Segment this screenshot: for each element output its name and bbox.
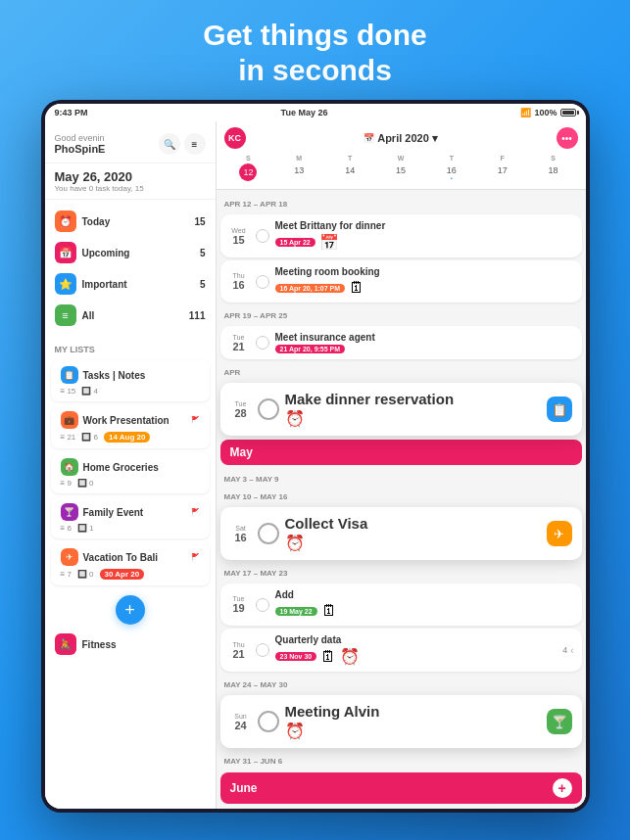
task-info-brittany: Meet Brittany for dinner 15 Apr 22 📅 — [275, 220, 574, 252]
alarm-icon-quarterly: ⏰ — [340, 647, 360, 666]
device-frame: 9:43 PM Tue May 26 📶 100% Good evenin Ph… — [41, 100, 590, 813]
calendar-grid: S M T W T F S 12 13 14 15 16 17 18 — [224, 155, 578, 183]
search-button[interactable]: 🔍 — [159, 133, 180, 155]
date-section: May 26, 2020 You have 0 task today, 15 — [45, 163, 216, 200]
all-icon: ≡ — [55, 304, 76, 326]
task-add[interactable]: Tue 19 Add 19 May 22 🗓 — [220, 583, 582, 626]
task-date-sat16: Sat 16 — [230, 525, 252, 543]
device-screen: 9:43 PM Tue May 26 📶 100% Good evenin Ph… — [45, 104, 586, 809]
main-content: KC 📅 April 2020 ▾ ••• S M T W T — [217, 121, 586, 809]
calendar-month: 📅 April 2020 ▾ — [363, 132, 438, 145]
task-check-visa[interactable] — [258, 523, 279, 544]
category-upcoming[interactable]: 📅 Upcoming 5 — [45, 237, 216, 268]
work-name: Work Presentation — [83, 415, 170, 426]
week-header-may31: May 31 – Jun 6 — [220, 751, 582, 769]
more-button[interactable]: ••• — [557, 127, 578, 149]
task-check-alvin[interactable] — [258, 711, 279, 732]
task-tags-add: 19 May 22 🗓 — [275, 602, 574, 620]
tasks-notes-meta: ≡ 15 🔲 4 — [61, 387, 200, 396]
list-family-event[interactable]: 🍸 Family Event 🚩 ≡ 6 🔲 1 — [51, 497, 210, 538]
task-collect-visa[interactable]: Sat 16 Collect Visa ⏰ ✈ — [220, 507, 582, 560]
task-meet-brittany[interactable]: Wed 15 Meet Brittany for dinner 15 Apr 2… — [220, 214, 582, 257]
list-home-groceries[interactable]: 🏠 Home Groceries ≡ 9 🔲 0 — [51, 452, 210, 493]
cal-day-16[interactable]: 16 — [427, 163, 476, 183]
important-label: Important — [82, 279, 127, 290]
cal-day-17[interactable]: 17 — [478, 163, 527, 183]
cal-day-12[interactable]: 12 — [239, 163, 257, 181]
status-time: 9:43 PM — [55, 108, 88, 117]
home-name: Home Groceries — [83, 462, 159, 473]
task-check-brittany[interactable] — [256, 229, 269, 243]
list-vacation-bali[interactable]: ✈ Vacation To Bali 🚩 ≡ 7 🔲 0 30 Apr 20 — [51, 542, 210, 585]
user-avatar[interactable]: KC — [224, 127, 246, 149]
task-name-quarterly: Quarterly data — [275, 634, 557, 645]
week-header-may17: May 17 – May 23 — [220, 563, 582, 581]
status-icons: 📶 100% — [520, 108, 575, 117]
hero-line1: Get things done — [203, 19, 426, 51]
day-label-t2: T — [427, 155, 476, 162]
greeting-text: Good evenin — [55, 133, 106, 143]
chevron-down-icon: ▾ — [432, 132, 438, 145]
category-today[interactable]: ⏰ Today 15 — [45, 206, 216, 237]
task-tags-room: 16 Apr 20, 1:07 PM 🗓 — [275, 279, 574, 297]
sidebar: Good evenin PhoSpinE 🔍 ≡ May 26, 2020 Yo… — [45, 121, 217, 809]
task-date-tue21: Tue 21 — [228, 334, 250, 352]
week-header-apr19: Apr 19 – Apr 25 — [220, 305, 582, 323]
work-meta: ≡ 21 🔲 6 14 Aug 20 — [61, 432, 200, 443]
task-name-insurance: Meet insurance agent — [275, 332, 574, 343]
category-list: ⏰ Today 15 📅 Upcoming 5 — [45, 200, 216, 337]
vacation-badge: 30 Apr 20 — [100, 569, 145, 580]
day-label-w: W — [376, 155, 425, 162]
cal-day-13[interactable]: 13 — [274, 163, 323, 183]
cal-day-18[interactable]: 18 — [529, 163, 578, 183]
task-dinner-reservation[interactable]: Tue 28 Make dinner reservation ⏰ 📋 — [220, 383, 582, 436]
fitness-item[interactable]: 🚴 Fitness — [45, 629, 216, 660]
task-meeting-room[interactable]: Thu 16 Meeting room booking 16 Apr 20, 1… — [220, 260, 582, 303]
task-quarterly[interactable]: Thu 21 Quarterly data 23 Nov 30 🗓 ⏰ — [220, 629, 582, 672]
vacation-name: Vacation To Bali — [83, 552, 159, 563]
tag-date2: 16 Apr 20, 1:07 PM — [275, 284, 346, 293]
cal-day-14[interactable]: 14 — [325, 163, 374, 183]
add-list-button[interactable]: + — [116, 595, 145, 625]
may-banner: May — [220, 440, 582, 465]
work-flag: 🚩 — [191, 416, 200, 424]
task-action-icon-visa[interactable]: ✈ — [547, 521, 572, 546]
task-tags-brittany: 15 Apr 22 📅 — [275, 233, 574, 252]
task-check-quarterly[interactable] — [256, 643, 269, 657]
task-check-dinner[interactable] — [258, 398, 279, 420]
family-name: Family Event — [83, 507, 144, 518]
day-label-m: M — [274, 155, 323, 162]
category-important[interactable]: ⭐ Important 5 — [45, 268, 216, 300]
tag-add: 19 May 22 — [275, 607, 317, 616]
task-action-icon-alvin[interactable]: 🍸 — [547, 709, 572, 734]
task-check-room[interactable] — [256, 275, 269, 289]
june-add-button[interactable]: + — [553, 778, 572, 798]
calendar-header: KC 📅 April 2020 ▾ ••• S M T W T — [217, 121, 586, 190]
task-meeting-alvin[interactable]: Sun 24 Meeting Alvin ⏰ 🍸 — [220, 695, 582, 748]
task-insurance[interactable]: Tue 21 Meet insurance agent 21 Apr 20, 9… — [220, 326, 582, 359]
task-date-tue28: Tue 28 — [230, 400, 252, 419]
list-tasks-notes[interactable]: 📋 Tasks | Notes ≡ 15 🔲 4 — [51, 360, 210, 401]
task-name-dinner: Make dinner reservation — [285, 391, 541, 407]
task-info-visa: Collect Visa ⏰ — [285, 515, 541, 552]
task-check-add[interactable] — [256, 598, 269, 612]
task-check-insurance[interactable] — [256, 336, 269, 350]
cal-day-15[interactable]: 15 — [376, 163, 425, 183]
calendar-icon-quarterly: 🗓 — [320, 648, 336, 666]
vacation-flag: 🚩 — [191, 553, 200, 561]
task-tags-alvin: ⏰ — [285, 722, 541, 740]
battery-icon — [560, 109, 576, 117]
category-all[interactable]: ≡ All 111 — [45, 300, 216, 331]
task-action-icon-dinner[interactable]: 📋 — [547, 397, 572, 422]
task-info-room: Meeting room booking 16 Apr 20, 1:07 PM … — [275, 266, 574, 297]
my-lists-title: My Lists — [45, 337, 216, 358]
upcoming-label: Upcoming — [82, 248, 130, 258]
work-icon: 💼 — [61, 411, 78, 429]
list-work-presentation[interactable]: 💼 Work Presentation 🚩 ≡ 21 🔲 6 14 Aug 20 — [51, 405, 210, 448]
hero-line2: in seconds — [238, 54, 392, 86]
tasks-notes-name: Tasks | Notes — [83, 370, 146, 381]
filter-button[interactable]: ≡ — [184, 133, 206, 155]
task-scroll[interactable]: Apr 12 – Apr 18 Wed 15 Meet Brittany for… — [217, 190, 586, 809]
task-date-sun24: Sun 24 — [230, 713, 252, 731]
calendar-tag-icon: 📅 — [319, 233, 339, 252]
